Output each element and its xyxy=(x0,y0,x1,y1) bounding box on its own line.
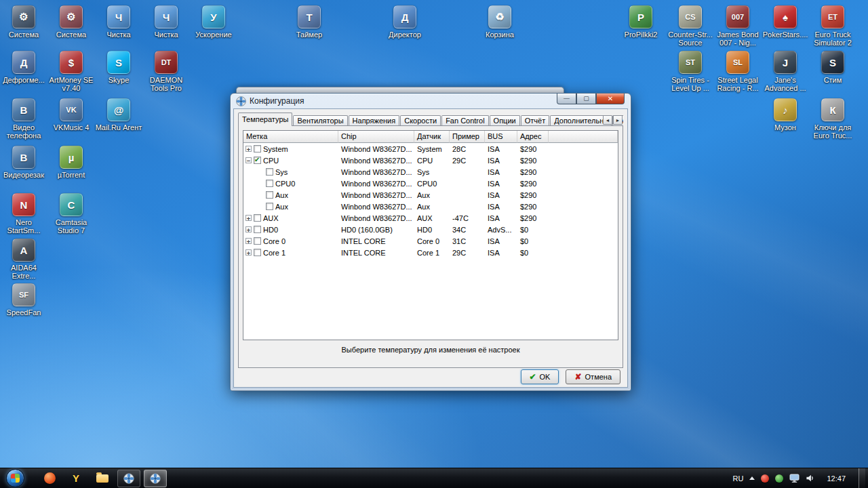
taskbar-button-y-app[interactable]: Y xyxy=(64,470,87,487)
desktop-icon-pokerstars[interactable]: ♠PokerStars.... xyxy=(762,5,809,39)
desktop-icon-видеорезак[interactable]: ВВидеорезак xyxy=(0,146,47,179)
sensor-row-aux[interactable]: AuxWinbond W83627D...AuxISA$290 xyxy=(243,201,618,212)
desktop-icon-ускорение[interactable]: УУскорение xyxy=(190,5,237,39)
ok-button[interactable]: ✔OK xyxy=(521,369,559,384)
desktop-icon-skype[interactable]: SSkype xyxy=(95,51,142,84)
desktop-icon-daemon-tools-pro[interactable]: DTDAEMON Tools Pro xyxy=(142,51,190,92)
close-button[interactable]: ✕ xyxy=(596,94,625,104)
sensor-checkbox[interactable] xyxy=(254,214,261,222)
expand-icon[interactable]: + xyxy=(245,226,252,232)
desktop-icon-чистка[interactable]: ЧЧистка xyxy=(142,5,190,39)
desktop-icon-aida64-extre[interactable]: AAIDA64 Extre... xyxy=(0,239,47,280)
sensor-row-system[interactable]: +SystemWinbond W83627D...System28CISA$29… xyxy=(243,143,618,155)
tab-напряжения[interactable]: Напряжения xyxy=(349,115,400,126)
desktop-icon-propilkki2[interactable]: PProPilkki2 xyxy=(617,5,665,39)
tab-вентиляторы[interactable]: Вентиляторы xyxy=(293,115,347,126)
show-desktop-button[interactable] xyxy=(859,468,865,488)
bus-cell: AdvS... xyxy=(485,226,517,234)
sensor-checkbox[interactable] xyxy=(266,203,273,210)
display-icon[interactable] xyxy=(789,474,800,483)
show-hidden-icons-arrow[interactable] xyxy=(749,476,755,480)
tab-scroll-left-icon[interactable]: ◄ xyxy=(603,115,612,125)
sensor-checkbox[interactable] xyxy=(254,237,261,245)
cancel-button[interactable]: ✘Отмена xyxy=(566,369,620,384)
desktop-icon-nero-startsm[interactable]: NNero StartSm... xyxy=(0,193,47,235)
desktop-icon-mail-ru-агент[interactable]: @Mail.Ru Агент xyxy=(95,98,142,131)
green-status-icon[interactable] xyxy=(775,474,783,483)
desktop-icon-james-bond-007-nig[interactable]: 007James Bond 007 - Nig... xyxy=(714,5,762,47)
desktop-icon-µtorrent[interactable]: µµTorrent xyxy=(47,146,95,179)
desktop-icon-ключи-для-euro-truc[interactable]: ККлючи для Euro Truc... xyxy=(809,98,856,140)
taskbar-button-speedfan-config[interactable] xyxy=(144,470,167,487)
desktop-icon-vkmusic-4[interactable]: VKVKMusic 4 xyxy=(47,98,95,131)
desktop-icon-видео-телефона[interactable]: ВВидео телефона xyxy=(0,98,47,140)
column-header-chip[interactable]: Chip xyxy=(338,131,414,143)
tab-fan-control[interactable]: Fan Control xyxy=(441,115,488,126)
desktop-icon-counter-str-source[interactable]: CSCounter-Str... Source xyxy=(667,5,714,47)
start-button[interactable] xyxy=(6,469,24,487)
desktop-icon-label: Street Legal Racing - R... xyxy=(714,76,762,92)
sensor-row-core-1[interactable]: +Core 1INTEL CORECore 129CISA$0 xyxy=(243,247,618,258)
sensors-list[interactable]: МеткаChipДатчикПримерBUSАдрес +SystemWin… xyxy=(243,130,618,340)
sensor-checkbox[interactable] xyxy=(254,226,261,233)
column-header-bus[interactable]: BUS xyxy=(485,131,517,143)
desktop[interactable]: ⚙Система⚙СистемаЧЧисткаЧЧисткаУУскорение… xyxy=(0,0,868,488)
sensor-checkbox[interactable] xyxy=(266,168,273,176)
sensor-row-sys[interactable]: SysWinbond W83627D...SysISA$290 xyxy=(243,166,618,178)
tab-температуры[interactable]: Температуры xyxy=(238,113,292,126)
desktop-icon-стим[interactable]: SСтим xyxy=(809,51,856,84)
desktop-icon-таймер[interactable]: ТТаймер xyxy=(285,5,333,39)
expand-icon[interactable]: + xyxy=(245,215,252,221)
taskbar-button-explorer[interactable] xyxy=(91,470,114,487)
sensor-checkbox[interactable] xyxy=(266,191,273,199)
maximize-button[interactable]: ▢ xyxy=(576,94,596,104)
sensor-checkbox[interactable] xyxy=(254,157,261,164)
desktop-icon-чистка[interactable]: ЧЧистка xyxy=(95,5,142,39)
desktop-icon-euro-truck-simulator-2[interactable]: ETEuro Truck Simulator 2 xyxy=(809,5,856,47)
tab-опции[interactable]: Опции xyxy=(490,115,520,126)
desktop-icon-label: James Bond 007 - Nig... xyxy=(714,30,762,47)
desktop-icon-camtasia-studio-7[interactable]: CCamtasia Studio 7 xyxy=(47,193,95,235)
sensor-row-hd0[interactable]: +HD0HD0 (160.0GB)HD034CAdvS...$0 xyxy=(243,224,618,235)
desktop-icon-система[interactable]: ⚙Система xyxy=(0,5,47,39)
column-header-датчик[interactable]: Датчик xyxy=(414,131,450,143)
tab-скорости[interactable]: Скорости xyxy=(400,115,441,126)
tab-scroll-right-icon[interactable]: ► xyxy=(613,115,623,125)
expand-icon[interactable]: + xyxy=(245,249,252,256)
sensor-row-aux[interactable]: AuxWinbond W83627D...AuxISA$290 xyxy=(243,189,618,201)
taskbar-button-speedfan-window[interactable] xyxy=(117,470,140,487)
expand-icon[interactable]: + xyxy=(245,146,252,152)
column-header-метка[interactable]: Метка xyxy=(243,131,338,143)
dialog-client-area: ТемпературыВентиляторыНапряженияСкорости… xyxy=(233,108,628,388)
desktop-icon-дефрогме[interactable]: ДДефрогме... xyxy=(0,51,47,84)
desktop-icon-корзина[interactable]: ♻Корзина xyxy=(476,5,524,39)
desktop-icon-система[interactable]: ⚙Система xyxy=(47,5,95,39)
sensor-row-cpu0[interactable]: CPU0Winbond W83627D...CPU0ISA$290 xyxy=(243,178,618,189)
keyboard-layout-indicator[interactable]: RU xyxy=(733,474,744,483)
sensor-checkbox[interactable] xyxy=(254,145,261,152)
list-header-row: МеткаChipДатчикПримерBUSАдрес xyxy=(243,131,618,143)
desktop-icon-музон[interactable]: ♪Музон xyxy=(762,98,809,131)
sensor-row-cpu[interactable]: −CPUWinbond W83627D...CPU29CISA$290 xyxy=(243,155,618,166)
tab-отчёт[interactable]: Отчёт xyxy=(521,115,549,126)
desktop-icon-директор[interactable]: ДДиректор xyxy=(381,5,429,39)
desktop-icon-artmoney-se-v7-40[interactable]: $ArtMoney SE v7.40 xyxy=(47,51,95,92)
desktop-icon-street-legal-racing-r[interactable]: SLStreet Legal Racing - R... xyxy=(714,51,762,92)
y-app-icon: Y xyxy=(73,472,79,484)
sensor-row-aux[interactable]: +AUXWinbond W83627D...AUX-47CISA$290 xyxy=(243,212,618,224)
sensor-row-core-0[interactable]: +Core 0INTEL CORECore 031CISA$0 xyxy=(243,235,618,247)
sensor-checkbox[interactable] xyxy=(254,249,261,256)
clock[interactable]: 12:47 xyxy=(821,474,851,483)
desktop-icon-spin-tires-level-up[interactable]: STSpin Tires - Level Up ... xyxy=(667,51,714,92)
expand-icon[interactable]: + xyxy=(245,238,252,244)
red-status-icon[interactable] xyxy=(761,474,769,483)
collapse-icon[interactable]: − xyxy=(245,157,252,163)
desktop-icon-speedfan[interactable]: SFSpeedFan xyxy=(0,283,47,317)
taskbar-button-browser[interactable] xyxy=(38,470,61,487)
column-header-адрес[interactable]: Адрес xyxy=(517,131,549,143)
volume-icon[interactable] xyxy=(806,474,815,483)
desktop-icon-jane-s-advanced[interactable]: JJane's Advanced ... xyxy=(762,51,809,92)
column-header-пример[interactable]: Пример xyxy=(450,131,485,143)
sensor-checkbox[interactable] xyxy=(266,180,273,187)
minimize-button[interactable]: — xyxy=(557,94,576,104)
